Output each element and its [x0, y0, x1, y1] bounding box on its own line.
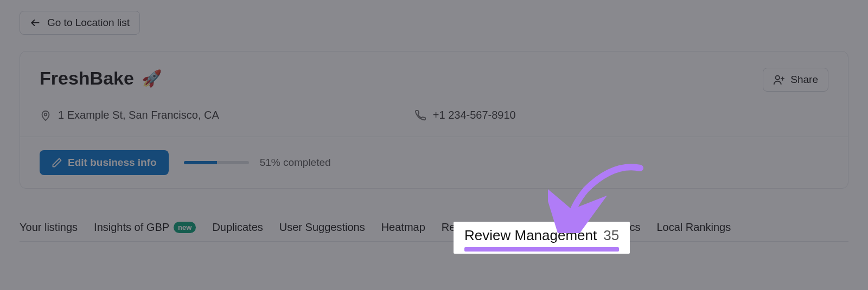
business-title: FreshBake [40, 68, 134, 89]
edit-business-button[interactable]: Edit business info [40, 150, 169, 175]
rocket-icon: 🚀 [142, 70, 162, 87]
tab-insights-label: Insights of GBP [94, 221, 169, 234]
tab-user-suggestions[interactable]: User Suggestions [279, 221, 365, 234]
highlight-label: Review Management [464, 227, 597, 244]
phone-item: +1 234-567-8910 [414, 109, 516, 121]
arrow-left-icon [30, 17, 41, 28]
highlight-underline [464, 247, 619, 252]
back-label: Go to Location list [47, 17, 130, 29]
svg-point-1 [776, 76, 780, 80]
person-add-icon [773, 74, 785, 86]
share-button[interactable]: Share [763, 68, 828, 92]
progress-wrap: 51% completed [184, 157, 331, 169]
phone-text: +1 234-567-8910 [433, 109, 516, 121]
phone-icon [414, 109, 426, 121]
new-badge: new [174, 222, 196, 233]
highlight-tab: Review Management 35 [464, 227, 619, 244]
highlight-review-management: Review Management 35 [454, 222, 630, 254]
location-card: FreshBake 🚀 Share [20, 51, 848, 189]
address-text: 1 Example St, San Francisco, CA [58, 109, 219, 121]
tab-heatmap[interactable]: Heatmap [381, 221, 425, 234]
tab-local-rankings[interactable]: Local Rankings [656, 221, 731, 234]
share-label: Share [790, 74, 818, 86]
pencil-icon [52, 157, 62, 168]
svg-point-4 [44, 113, 47, 115]
progress-fill [184, 161, 217, 164]
address-item: 1 Example St, San Francisco, CA [40, 109, 219, 121]
highlight-count: 35 [603, 227, 619, 244]
back-button[interactable]: Go to Location list [20, 11, 140, 35]
progress-label: 51% completed [260, 157, 331, 169]
tab-duplicates[interactable]: Duplicates [212, 221, 263, 234]
progress-track [184, 161, 249, 164]
tabs-bar: Your listings Insights of GBP new Duplic… [20, 221, 848, 242]
tab-insights-gbp[interactable]: Insights of GBP new [94, 221, 196, 234]
map-pin-icon [40, 109, 52, 121]
edit-label: Edit business info [68, 157, 157, 169]
tab-your-listings[interactable]: Your listings [20, 221, 78, 234]
